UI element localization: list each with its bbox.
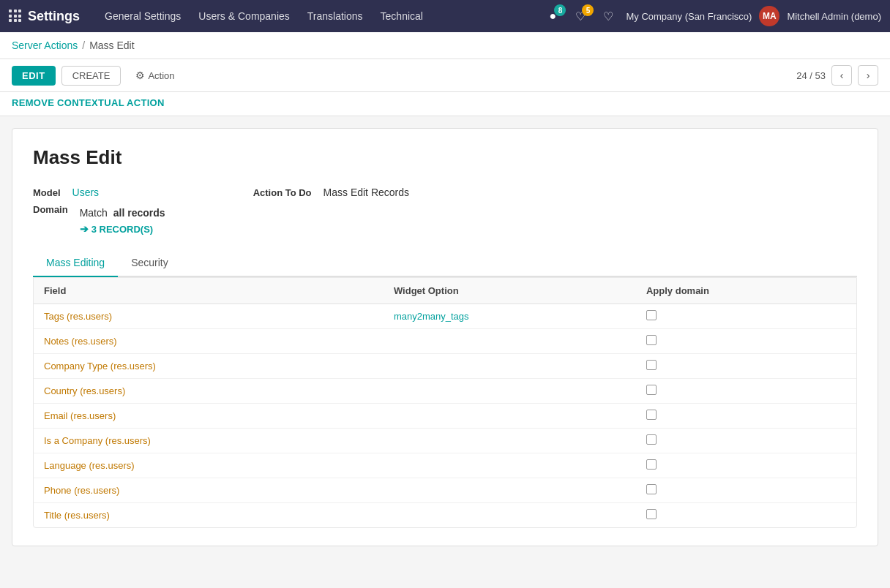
apps-icon	[9, 10, 22, 23]
table-row: Country (res.users)	[34, 379, 856, 404]
column-apply-domain: Apply domain	[636, 278, 856, 304]
records-count-text: 3 RECORD(S)	[91, 224, 154, 235]
cell-apply-domain[interactable]	[636, 404, 856, 429]
column-field: Field	[34, 278, 384, 304]
cell-field[interactable]: Country (res.users)	[34, 379, 384, 404]
column-widget: Widget Option	[384, 278, 636, 304]
edit-button[interactable]: EDIT	[12, 66, 56, 86]
pagination: 24 / 53 ‹ ›	[796, 65, 878, 86]
next-page-button[interactable]: ›	[858, 65, 878, 86]
action-dropdown[interactable]: ⚙ Action	[135, 69, 174, 81]
cell-field[interactable]: Email (res.users)	[34, 404, 384, 429]
toolbar: EDIT CREATE ⚙ Action 24 / 53 ‹ ›	[0, 59, 890, 92]
table-row: Notes (res.users)	[34, 329, 856, 354]
apply-domain-checkbox[interactable]	[646, 459, 657, 470]
table-row: Language (res.users)	[34, 453, 856, 478]
user-label[interactable]: Mitchell Admin (demo)	[787, 11, 881, 22]
clock-badge-count: 8	[554, 4, 566, 16]
chat-badge-count: 5	[582, 4, 594, 16]
cell-field[interactable]: Tags (res.users)	[34, 304, 384, 329]
arrow-icon: ➔	[80, 223, 89, 235]
pagination-text: 24 / 53	[796, 70, 826, 81]
table-header-row: Field Widget Option Apply domain	[34, 278, 856, 304]
table-row: Is a Company (res.users)	[34, 429, 856, 453]
main-content: Mass Edit Model Users Domain Match all r…	[0, 116, 890, 558]
cell-widget	[384, 478, 636, 503]
user-avatar[interactable]: MA	[759, 6, 779, 26]
brand-label: Settings	[28, 9, 80, 24]
cell-field[interactable]: Company Type (res.users)	[34, 354, 384, 379]
table-row: Title (res.users)	[34, 503, 856, 528]
model-label: Model	[33, 187, 61, 198]
action-label: Action	[148, 70, 174, 81]
top-menu: General Settings Users & Companies Trans…	[97, 7, 531, 25]
cell-widget	[384, 453, 636, 478]
tabs-bar: Mass Editing Security	[33, 249, 857, 277]
domain-prefix: Match	[80, 207, 108, 219]
menu-technical[interactable]: Technical	[373, 7, 430, 25]
mass-editing-table: Field Widget Option Apply domain Tags (r…	[33, 277, 857, 528]
cell-apply-domain[interactable]	[636, 429, 856, 453]
model-value[interactable]: Users	[72, 186, 100, 198]
cell-widget	[384, 379, 636, 404]
gear-icon: ⚙	[135, 69, 145, 81]
cell-field[interactable]: Notes (res.users)	[34, 329, 384, 354]
table-row: Tags (res.users)many2many_tags	[34, 304, 856, 329]
apply-domain-checkbox[interactable]	[646, 335, 657, 345]
app-brand[interactable]: Settings	[9, 9, 80, 24]
cell-widget	[384, 329, 636, 354]
tab-security[interactable]: Security	[118, 249, 182, 277]
cell-apply-domain[interactable]	[636, 453, 856, 478]
create-button[interactable]: CREATE	[61, 66, 121, 86]
cell-field[interactable]: Language (res.users)	[34, 453, 384, 478]
cell-field[interactable]: Title (res.users)	[34, 503, 384, 528]
action-bar: REMOVE CONTEXTUAL ACTION	[0, 92, 890, 116]
domain-label: Domain	[33, 204, 68, 215]
chat-badge-icon[interactable]: ♡ 5	[570, 6, 591, 26]
remove-contextual-action-link[interactable]: REMOVE CONTEXTUAL ACTION	[12, 97, 165, 108]
cell-apply-domain[interactable]	[636, 379, 856, 404]
menu-translations[interactable]: Translations	[300, 7, 370, 25]
top-navigation: Settings General Settings Users & Compan…	[0, 0, 890, 32]
breadcrumb: Server Actions / Mass Edit	[0, 32, 890, 59]
table-row: Company Type (res.users)	[34, 354, 856, 379]
cell-apply-domain[interactable]	[636, 304, 856, 329]
prev-page-button[interactable]: ‹	[831, 65, 852, 86]
cell-apply-domain[interactable]	[636, 478, 856, 503]
gift-icon[interactable]: ♡	[598, 6, 618, 26]
apply-domain-checkbox[interactable]	[646, 434, 657, 445]
clock-badge-icon[interactable]: ● 8	[542, 6, 563, 26]
breadcrumb-parent-link[interactable]: Server Actions	[12, 39, 78, 51]
cell-widget	[384, 354, 636, 379]
record-card: Mass Edit Model Users Domain Match all r…	[12, 128, 878, 546]
cell-widget	[384, 429, 636, 453]
apply-domain-checkbox[interactable]	[646, 484, 657, 494]
cell-apply-domain[interactable]	[636, 354, 856, 379]
cell-apply-domain[interactable]	[636, 503, 856, 528]
tab-mass-editing[interactable]: Mass Editing	[33, 249, 118, 277]
apply-domain-checkbox[interactable]	[646, 310, 657, 320]
apply-domain-checkbox[interactable]	[646, 385, 657, 395]
breadcrumb-current: Mass Edit	[89, 39, 134, 51]
cell-field[interactable]: Is a Company (res.users)	[34, 429, 384, 453]
records-count-link[interactable]: ➔ 3 RECORD(S)	[80, 223, 165, 235]
record-title: Mass Edit	[33, 146, 857, 169]
table-row: Phone (res.users)	[34, 478, 856, 503]
apply-domain-checkbox[interactable]	[646, 509, 657, 519]
cell-widget: many2many_tags	[384, 304, 636, 329]
table-row: Email (res.users)	[34, 404, 856, 429]
topnav-right: ● 8 ♡ 5 ♡ My Company (San Francisco) MA …	[542, 6, 881, 26]
apply-domain-checkbox[interactable]	[646, 360, 657, 370]
cell-widget	[384, 404, 636, 429]
breadcrumb-separator: /	[82, 39, 85, 51]
action-to-do-value: Mass Edit Records	[324, 186, 409, 198]
company-label[interactable]: My Company (San Francisco)	[626, 11, 752, 22]
cell-field[interactable]: Phone (res.users)	[34, 478, 384, 503]
menu-general-settings[interactable]: General Settings	[97, 7, 188, 25]
action-to-do-label: Action To Do	[253, 187, 312, 198]
cell-apply-domain[interactable]	[636, 329, 856, 354]
cell-widget	[384, 503, 636, 528]
apply-domain-checkbox[interactable]	[646, 410, 657, 420]
menu-users-companies[interactable]: Users & Companies	[191, 7, 297, 25]
domain-bold: all records	[113, 207, 165, 219]
